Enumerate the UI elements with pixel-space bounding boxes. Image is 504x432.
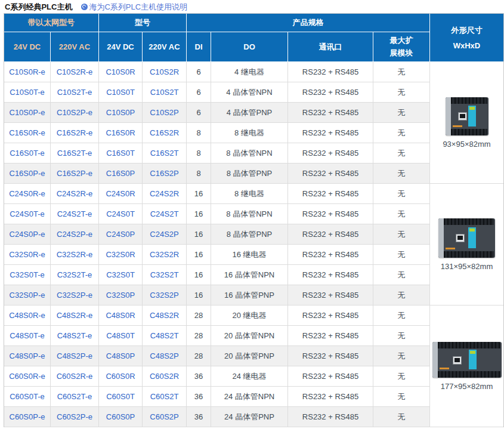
eth-220vac-model-cell: C16S2T-e: [51, 143, 99, 163]
model-link[interactable]: C32S2R-e: [57, 250, 93, 259]
model-link[interactable]: C60S0T: [106, 392, 135, 401]
model-link[interactable]: C10S0R: [106, 67, 135, 76]
model-link[interactable]: C32S0R-e: [9, 250, 45, 259]
model-link[interactable]: C24S2T-e: [57, 209, 92, 218]
model-link[interactable]: C48S2P: [150, 351, 178, 360]
eth-24vdc-model-cell: C48S0T-e: [4, 326, 51, 346]
model-link[interactable]: C24S2T: [150, 209, 179, 218]
model-link[interactable]: C24S2P: [150, 230, 178, 239]
model-link[interactable]: C60S0R: [106, 372, 135, 381]
max-expansion-cell: 无: [373, 143, 430, 163]
model-link[interactable]: C60S2T-e: [57, 392, 92, 401]
di-count-cell: 8: [187, 123, 211, 143]
model-link[interactable]: C24S0P: [106, 230, 135, 239]
model-link[interactable]: C48S2T: [150, 331, 179, 340]
model-link[interactable]: C60S0T-e: [10, 392, 45, 401]
model-link[interactable]: C10S2R-e: [57, 67, 93, 76]
model-link[interactable]: C32S2T: [150, 270, 179, 279]
model-link[interactable]: C24S0T: [106, 209, 135, 218]
model-link[interactable]: C48S2R-e: [57, 311, 93, 320]
model-link[interactable]: C60S2T: [150, 392, 179, 401]
doc-link[interactable]: 海为C系列PLC主机使用说明: [81, 2, 187, 13]
eth-24vdc-model-cell: C16S0R-e: [4, 123, 51, 143]
model-link[interactable]: C16S0T: [106, 149, 135, 158]
do-type-cell: 8 继电器: [211, 123, 288, 143]
model-link[interactable]: C16S2T-e: [57, 149, 92, 158]
plc-product-image: [438, 218, 495, 258]
model-link[interactable]: C60S0P: [106, 412, 135, 421]
model-link[interactable]: C60S2P: [150, 412, 178, 421]
model-link[interactable]: C48S0P-e: [10, 351, 45, 360]
model-link[interactable]: C24S2R-e: [57, 189, 93, 198]
model-link[interactable]: C16S2P: [150, 169, 178, 178]
model-link[interactable]: C60S0P-e: [10, 412, 45, 421]
model-link[interactable]: C32S0P: [106, 291, 135, 300]
model-link[interactable]: C48S2T-e: [57, 331, 92, 340]
di-count-cell: 16: [187, 285, 211, 306]
model-link[interactable]: C60S2R: [150, 372, 179, 381]
model-link[interactable]: C32S0T-e: [10, 270, 45, 279]
model-link[interactable]: C48S2R: [150, 311, 179, 320]
model-link[interactable]: C16S2R-e: [57, 128, 93, 137]
brand-mark: [446, 248, 455, 249]
model-link[interactable]: C16S0R: [106, 128, 135, 137]
eth-220vac-model-cell: C48S2T-e: [51, 326, 99, 346]
model-link[interactable]: C60S0R-e: [9, 372, 45, 381]
model-link[interactable]: C32S2T-e: [57, 270, 92, 279]
model-link[interactable]: C60S2P-e: [57, 412, 92, 421]
header-dimensions-label: 外形尺寸: [430, 25, 503, 36]
model-link[interactable]: C24S2R: [150, 189, 179, 198]
model-link[interactable]: C32S0R: [106, 250, 135, 259]
model-link[interactable]: C16S2T: [150, 149, 179, 158]
model-link[interactable]: C48S0P: [106, 351, 135, 360]
model-24vdc-cell: C48S0P: [99, 346, 143, 366]
ethernet-port-icon: [453, 356, 462, 365]
eth-220vac-model-cell: C60S2P-e: [51, 407, 99, 427]
model-link[interactable]: C16S2R: [150, 128, 179, 137]
model-link[interactable]: C16S2P-e: [57, 169, 92, 178]
model-link[interactable]: C24S0R-e: [9, 189, 45, 198]
model-link[interactable]: C10S0T: [106, 88, 135, 97]
eth-220vac-model-cell: C16S2R-e: [51, 123, 99, 143]
comm-port-cell: RS232 + RS485: [288, 184, 373, 204]
di-count-cell: 28: [187, 306, 211, 326]
model-link[interactable]: C10S0T-e: [10, 88, 45, 97]
model-link[interactable]: C48S0T-e: [10, 331, 45, 340]
model-link[interactable]: C32S0T: [106, 270, 135, 279]
model-link[interactable]: C48S0R-e: [9, 311, 45, 320]
model-link[interactable]: C16S0R-e: [9, 128, 45, 137]
model-link[interactable]: C48S0R: [106, 311, 135, 320]
comm-port-cell: RS232 + RS485: [288, 306, 373, 326]
model-link[interactable]: C48S0T: [106, 331, 135, 340]
model-link[interactable]: C32S0P-e: [10, 291, 45, 300]
model-link[interactable]: C10S0R-e: [9, 67, 45, 76]
model-link[interactable]: C16S0T-e: [10, 149, 45, 158]
model-220vac-cell: C16S2T: [143, 143, 187, 163]
model-link[interactable]: C32S2P: [150, 291, 178, 300]
model-link[interactable]: C24S0P-e: [10, 230, 45, 239]
model-link[interactable]: C10S2P: [150, 108, 178, 117]
model-link[interactable]: C48S2P-e: [57, 351, 92, 360]
ethernet-port-icon: [458, 112, 467, 121]
max-expansion-cell: 无: [373, 82, 430, 103]
model-link[interactable]: C16S0P-e: [10, 169, 45, 178]
model-24vdc-cell: C32S0P: [99, 285, 143, 306]
model-link[interactable]: C24S2P-e: [57, 230, 92, 239]
model-link[interactable]: C10S2R: [150, 67, 179, 76]
model-220vac-cell: C10S2R: [143, 62, 187, 82]
model-link[interactable]: C16S0P: [106, 169, 135, 178]
model-link[interactable]: C24S0T-e: [10, 209, 45, 218]
model-link[interactable]: C10S0P: [106, 108, 135, 117]
model-link[interactable]: C32S2R: [150, 250, 179, 259]
model-220vac-cell: C48S2P: [143, 346, 187, 366]
model-link[interactable]: C10S2T: [150, 88, 179, 97]
model-link[interactable]: C32S2P-e: [57, 291, 92, 300]
model-link[interactable]: C60S2R-e: [57, 372, 93, 381]
eth-24vdc-model-cell: C48S0P-e: [4, 346, 51, 366]
model-link[interactable]: C10S2P-e: [57, 108, 92, 117]
model-link[interactable]: C24S0R: [106, 189, 135, 198]
model-link[interactable]: C10S0P-e: [10, 108, 45, 117]
eth-24vdc-model-cell: C24S0T-e: [4, 204, 51, 224]
model-link[interactable]: C10S2T-e: [57, 88, 92, 97]
do-type-cell: 20 晶体管PNP: [211, 346, 288, 366]
